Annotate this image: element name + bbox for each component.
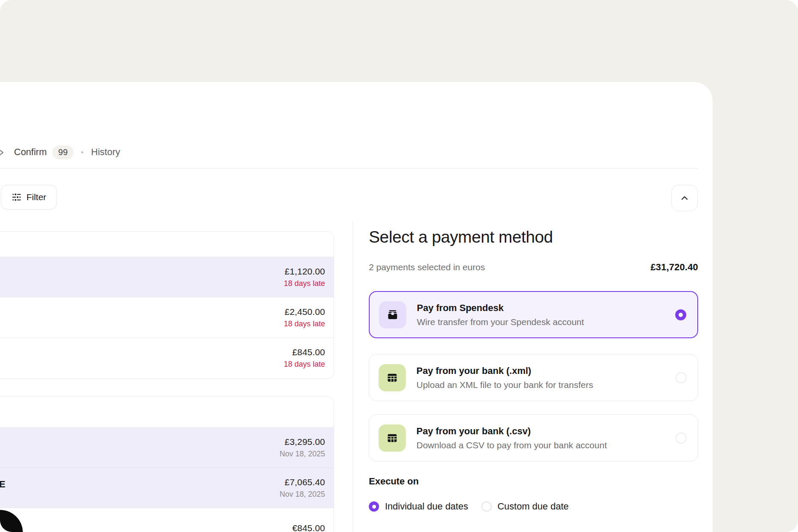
radio-individual-due-dates[interactable] [369, 501, 379, 512]
method-text: Pay from Spendesk Wire transfer from you… [417, 303, 584, 327]
collapse-panel-button[interactable] [671, 185, 698, 211]
payment-due-status: 18 days late [284, 320, 325, 328]
chevron-right-icon [0, 148, 5, 157]
header-divider [0, 168, 699, 169]
payments-group-card: £1,120.00 18 days late £2,450.00 18 days… [0, 231, 334, 379]
payment-amount: £7,065.40 [285, 477, 325, 487]
payment-row[interactable]: €845.00 [0, 508, 334, 532]
radio-label-custom-due-date[interactable]: Custom due date [498, 501, 569, 512]
supplier-name-fragment: E [0, 479, 6, 490]
execute-on-label: Execute on [369, 476, 419, 487]
payment-row[interactable]: £1,120.00 18 days late [0, 257, 334, 297]
method-text: Pay from your bank (.csv) Download a CSV… [416, 426, 607, 450]
tab-confirm[interactable]: Confirm [14, 147, 47, 158]
payment-due-status: 18 days late [284, 279, 325, 288]
payment-due-status: 18 days late [284, 360, 325, 369]
tab-history[interactable]: History [91, 147, 120, 158]
page-title: Select a payment method [369, 228, 553, 246]
selection-summary-label: 2 payments selected in euros [369, 262, 485, 272]
wallet-icon [387, 309, 399, 321]
execute-on-options: Individual due dates Custom due date [369, 501, 569, 512]
method-radio-unselected[interactable] [676, 372, 687, 383]
method-radio-selected[interactable] [675, 309, 686, 320]
method-icon-tile [379, 424, 406, 452]
payment-amount: £845.00 [292, 347, 325, 357]
spreadsheet-icon [386, 432, 398, 444]
method-description: Upload an XML file to your bank for tran… [416, 380, 593, 390]
payments-group-header [0, 396, 334, 427]
radio-label-individual-due-dates[interactable]: Individual due dates [385, 501, 468, 512]
breadcrumb: Confirm 99 History [0, 144, 120, 160]
spreadsheet-icon [386, 372, 398, 384]
payment-amount: €845.00 [292, 523, 325, 532]
breadcrumb-separator-dot [81, 151, 83, 153]
method-icon-tile [379, 364, 406, 391]
payment-amount: £1,120.00 [285, 266, 325, 277]
filter-sliders-icon [11, 192, 22, 202]
confirm-count-badge: 99 [52, 145, 74, 159]
app-screen: Confirm 99 History Filter [0, 0, 798, 532]
payment-method-bank-csv[interactable]: Pay from your bank (.csv) Download a CSV… [369, 414, 698, 461]
filter-button-label: Filter [26, 192, 46, 202]
payments-group-header [0, 232, 334, 257]
method-description: Wire transfer from your Spendesk account [417, 317, 584, 327]
method-title: Pay from your bank (.xml) [416, 365, 593, 376]
radio-custom-due-date[interactable] [481, 501, 492, 512]
payment-row[interactable]: £3,295.00 Nov 18, 2025 [0, 427, 334, 467]
payment-amount: £2,450.00 [285, 307, 325, 317]
payment-method-bank-xml[interactable]: Pay from your bank (.xml) Upload an XML … [369, 354, 698, 401]
payments-group-card: £3,295.00 Nov 18, 2025 E £7,065.40 Nov 1… [0, 396, 334, 532]
method-radio-unselected[interactable] [676, 433, 687, 444]
selection-summary: 2 payments selected in euros £31,720.40 [369, 262, 698, 273]
payment-row[interactable]: E £7,065.40 Nov 18, 2025 [0, 467, 334, 508]
payment-due-date: Nov 18, 2025 [280, 450, 325, 458]
method-icon-tile [379, 301, 406, 328]
filter-button[interactable]: Filter [1, 185, 57, 209]
payment-row[interactable]: £2,450.00 18 days late [0, 297, 334, 337]
payment-due-date: Nov 18, 2025 [280, 490, 325, 499]
payment-row[interactable]: £845.00 18 days late [0, 337, 334, 378]
method-title: Pay from your bank (.csv) [416, 426, 607, 437]
chevron-up-icon [680, 193, 689, 203]
method-text: Pay from your bank (.xml) Upload an XML … [416, 365, 593, 390]
payment-method-spendesk[interactable]: Pay from Spendesk Wire transfer from you… [369, 291, 698, 338]
method-title: Pay from Spendesk [417, 303, 584, 314]
selection-summary-amount: £31,720.40 [651, 262, 698, 273]
method-description: Download a CSV to pay from your bank acc… [416, 440, 607, 450]
payment-amount: £3,295.00 [285, 437, 325, 447]
content-vertical-divider [353, 221, 353, 532]
